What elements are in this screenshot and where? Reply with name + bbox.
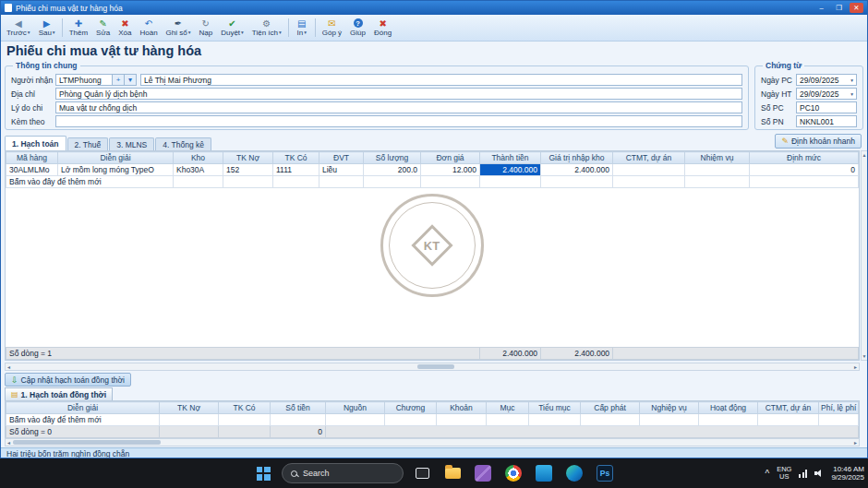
taskbar-search[interactable]: Search	[282, 463, 404, 483]
toolbar-button-duyet[interactable]: ✔ Duyệt▾	[217, 16, 247, 40]
add-new-row[interactable]: Bấm vào đây để thêm mới	[6, 176, 859, 188]
add-new-row[interactable]: Bấm vào đây để thêm mới	[6, 414, 859, 426]
toolbar-button-hoan[interactable]: ↶ Hoàn	[136, 16, 161, 40]
taskbar-app-vscode[interactable]	[532, 461, 556, 485]
column-header[interactable]: Diễn giải	[6, 402, 160, 414]
taskbar-app-edge[interactable]	[562, 461, 586, 485]
tab-simultaneous-accounting[interactable]: ▤ 1. Hạch toán đồng thời	[5, 387, 113, 400]
column-header[interactable]: CTMT, dự án	[758, 402, 819, 414]
column-header[interactable]: Kho	[174, 152, 223, 164]
add-new-label[interactable]: Bấm vào đây để thêm mới	[6, 176, 174, 188]
receipt-number-field[interactable]: NKNL001	[796, 115, 857, 127]
column-header[interactable]: Khoản	[437, 402, 487, 414]
column-header[interactable]: Giá trị nhập kho	[541, 152, 613, 164]
toolbar-button-sua[interactable]: ✎ Sửa	[92, 16, 114, 40]
start-button[interactable]	[251, 461, 275, 485]
toolbar-button-xoa[interactable]: ✖ Xóa	[115, 16, 135, 40]
column-header[interactable]: CTMT, dự án	[613, 152, 685, 164]
toolbar-button-ghi-so[interactable]: ✒ Ghi sổ▾	[163, 16, 195, 40]
column-header[interactable]: Mã hàng	[6, 152, 58, 164]
scroll-right-icon[interactable]: ►	[853, 364, 858, 370]
taskbar-clock[interactable]: 10:46 AM 9/29/2025	[831, 465, 864, 482]
horizontal-scrollbar-main[interactable]: ◄ ►	[5, 363, 860, 371]
column-header[interactable]: Tiểu mục	[529, 402, 581, 414]
add-recipient-button[interactable]: +	[113, 74, 125, 86]
toolbar-button-truoc[interactable]: ◀ Trước▾	[3, 16, 34, 40]
column-header[interactable]: Phí, lệ phí	[819, 402, 859, 414]
taskbar-app-file-explorer[interactable]	[440, 461, 464, 485]
toolbar-button-tien-ich[interactable]: ⚙ Tiện ích▾	[248, 16, 285, 40]
scroll-right-icon[interactable]: ►	[853, 440, 858, 446]
toolbar-button-in[interactable]: ▤ In▾	[292, 16, 312, 40]
add-new-label[interactable]: Bấm vào đây để thêm mới	[6, 414, 160, 426]
cell-thanh-tien-selected[interactable]: 2.400.000	[480, 164, 541, 176]
column-header[interactable]: TK Nợ	[160, 402, 219, 414]
minimize-button[interactable]: –	[814, 3, 828, 13]
column-header[interactable]: Chương	[385, 402, 437, 414]
cell-kho[interactable]: Kho30A	[174, 164, 223, 176]
scrollbar-thumb[interactable]	[417, 364, 454, 369]
reason-field[interactable]: Mua vật tư chống dịch	[55, 101, 742, 113]
toolbar-button-nap[interactable]: ↻ Nạp	[195, 16, 216, 40]
column-header[interactable]: Thành tiền	[480, 152, 541, 164]
tab-hach-toan[interactable]: 1. Hạch toán	[5, 136, 66, 150]
column-header[interactable]: Định mức	[750, 152, 859, 164]
column-header[interactable]: Nghiệp vụ	[640, 402, 699, 414]
column-header[interactable]: TK Nợ	[223, 152, 273, 164]
scroll-left-icon[interactable]: ◄	[6, 364, 11, 370]
cell-so-luong[interactable]: 200.0	[364, 164, 421, 176]
date-dropdown-icon[interactable]: ▾	[850, 77, 853, 83]
scrollbar-thumb[interactable]	[13, 440, 161, 445]
column-header[interactable]: Mục	[487, 402, 529, 414]
column-header[interactable]: Cấp phát	[581, 402, 640, 414]
cell-dien-giai[interactable]: Lở mồm long móng TypeO	[58, 164, 174, 176]
column-header[interactable]: Đơn giá	[421, 152, 480, 164]
recipient-combobox[interactable]: LTMPhuong + ▾	[55, 74, 137, 86]
taskbar-app-chrome[interactable]	[501, 461, 525, 485]
posting-date-field[interactable]: 29/09/2025▾	[796, 88, 857, 100]
voucher-number-field[interactable]: PC10	[796, 101, 857, 113]
scroll-left-icon[interactable]: ◄	[6, 440, 11, 446]
taskbar-app-task-view[interactable]	[410, 461, 434, 485]
column-header[interactable]: Hoạt động	[699, 402, 758, 414]
vertical-scrollbar[interactable]: ▲ ▼	[861, 150, 868, 361]
tray-chevron-up-icon[interactable]: ^	[765, 469, 769, 479]
column-header[interactable]: TK Có	[219, 402, 271, 414]
column-header[interactable]: ĐVT	[319, 152, 364, 164]
attachment-field[interactable]	[55, 115, 742, 127]
cell-ma-hang[interactable]: 30ALMLMo	[6, 164, 58, 176]
column-header[interactable]: Nhiệm vụ	[685, 152, 750, 164]
toolbar-button-dong[interactable]: ✖ Đóng	[370, 16, 395, 40]
column-header[interactable]: Diễn giải	[58, 152, 174, 164]
volume-icon[interactable]	[814, 470, 824, 478]
tab-thue[interactable]: 2. Thuế	[67, 137, 109, 150]
scroll-up-icon[interactable]: ▲	[862, 152, 867, 158]
toolbar-button-giup[interactable]: ? Giúp	[346, 16, 369, 40]
column-header[interactable]: Số lượng	[364, 152, 421, 164]
cell-don-gia[interactable]: 12.000	[421, 164, 480, 176]
taskbar-app-photoshop[interactable]: Ps	[593, 461, 617, 485]
cell-tk-co[interactable]: 1111	[273, 164, 319, 176]
cell-ctmt[interactable]	[613, 164, 685, 176]
recipient-dropdown-icon[interactable]: ▾	[125, 74, 137, 86]
network-icon[interactable]	[799, 470, 807, 478]
quick-entry-button[interactable]: ✎ Định khoản nhanh	[775, 134, 862, 149]
address-field[interactable]: Phòng Quản lý dịch bệnh	[55, 88, 742, 100]
toolbar-button-sau[interactable]: ▶ Sau▾	[35, 16, 59, 40]
toolbar-button-gop-y[interactable]: ✉ Góp ý	[319, 16, 345, 40]
column-header[interactable]: Nguồn	[326, 402, 385, 414]
tab-thong-ke[interactable]: 4. Thống kê	[155, 137, 211, 150]
cell-nhiem-vu[interactable]	[685, 164, 750, 176]
horizontal-scrollbar-sim[interactable]: ◄ ►	[5, 438, 860, 446]
cell-tk-no[interactable]: 152	[223, 164, 273, 176]
recipient-code-value[interactable]: LTMPhuong	[55, 74, 113, 86]
restore-button[interactable]: ❐	[832, 3, 846, 13]
taskbar-app-visual-studio[interactable]	[471, 461, 495, 485]
update-simultaneous-button[interactable]: ⇩ Cập nhật hạch toán đồng thời	[5, 373, 131, 387]
voucher-date-field[interactable]: 29/09/2025▾	[796, 74, 857, 86]
cell-gia-tri-nhap-kho[interactable]: 2.400.000	[541, 164, 613, 176]
date-dropdown-icon[interactable]: ▾	[850, 91, 853, 97]
cell-dinh-muc[interactable]: 0	[750, 164, 859, 176]
tab-mlns[interactable]: 3. MLNS	[109, 137, 154, 150]
column-header[interactable]: Số tiền	[271, 402, 326, 414]
